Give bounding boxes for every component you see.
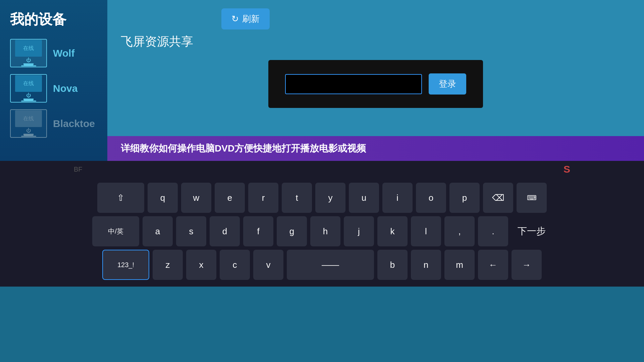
device-status-nova: 在线: [23, 80, 34, 87]
power-icon-nova: ⏻: [26, 93, 31, 98]
key-y[interactable]: y: [315, 183, 345, 213]
key-v[interactable]: v: [253, 250, 283, 280]
device-item-wolf[interactable]: 在线 ⏻ Wolf: [10, 39, 101, 67]
power-icon-wolf: ⏻: [26, 57, 31, 63]
next-step-button[interactable]: 下一步: [512, 216, 552, 246]
middle-bar-text: BF: [74, 166, 83, 173]
sidebar: 我的设备 在线 ⏻ Wolf 在线 ⏻ Nova: [0, 0, 107, 161]
device-name-wolf: Wolf: [53, 48, 74, 59]
key-n[interactable]: n: [411, 250, 441, 280]
key-backspace[interactable]: ⌫: [483, 183, 513, 213]
key-lang-switch[interactable]: 中/英: [92, 216, 139, 246]
key-numbers[interactable]: 123_!: [102, 250, 149, 280]
news-text: 详细教你如何操作电脑DVD方便快捷地打开播放电影或视频: [121, 142, 366, 155]
device-icon-wolf: 在线 ⏻: [10, 39, 47, 67]
key-o[interactable]: o: [416, 183, 446, 213]
device-item-nova[interactable]: 在线 ⏻ Nova: [10, 74, 101, 103]
key-h[interactable]: h: [310, 216, 340, 246]
main-title: 飞屏资源共享: [121, 34, 631, 50]
login-button[interactable]: 登录: [429, 73, 466, 95]
key-u[interactable]: u: [349, 183, 379, 213]
key-shift[interactable]: ⇧: [97, 183, 144, 213]
key-a[interactable]: a: [143, 216, 173, 246]
key-k[interactable]: k: [377, 216, 408, 246]
key-d[interactable]: d: [210, 216, 240, 246]
device-icon-nova: 在线 ⏻: [10, 74, 47, 103]
key-p[interactable]: p: [449, 183, 480, 213]
device-status-blacktoe: 在线: [23, 115, 34, 122]
device-name-blacktoe: Blacktoe: [53, 118, 95, 129]
refresh-label: 刷新: [242, 13, 260, 25]
key-z[interactable]: z: [153, 250, 183, 280]
key-e[interactable]: e: [215, 183, 245, 213]
keyboard-row-1: ⇧ q w e r t y u i o p ⌫ ⌨: [67, 183, 577, 213]
key-comma[interactable]: ,: [444, 216, 475, 246]
middle-bar-right: S: [564, 164, 570, 175]
key-r[interactable]: r: [248, 183, 278, 213]
keyboard-row-3: 123_! z x c v —— b n m ← →: [67, 250, 577, 280]
keyboard-row-2: 中/英 a s d f g h j k l , . 下一步: [67, 216, 577, 246]
top-section: 我的设备 在线 ⏻ Wolf 在线 ⏻ Nova: [0, 0, 644, 161]
device-status-wolf: 在线: [23, 45, 34, 52]
middle-bar: BF S: [0, 161, 644, 178]
key-j[interactable]: j: [344, 216, 374, 246]
device-icon-blacktoe: 在线 ⏻: [10, 109, 47, 138]
key-right-arrow[interactable]: →: [512, 250, 542, 280]
key-w[interactable]: w: [181, 183, 211, 213]
key-m[interactable]: m: [444, 250, 475, 280]
key-i[interactable]: i: [382, 183, 413, 213]
key-period[interactable]: .: [478, 216, 508, 246]
sidebar-title: 我的设备: [10, 10, 101, 29]
login-dialog: 登录: [268, 60, 483, 108]
power-icon-blacktoe: ⏻: [26, 128, 31, 133]
device-item-blacktoe[interactable]: 在线 ⏻ Blacktoe: [10, 109, 101, 138]
key-l[interactable]: l: [411, 216, 441, 246]
main-content: ↻ 刷新 飞屏资源共享 登录 详细教你如何操作电脑DVD方便快捷地打开播放电影或…: [107, 0, 644, 161]
refresh-icon: ↻: [231, 14, 239, 24]
key-keyboard-hide[interactable]: ⌨: [517, 183, 547, 213]
news-banner: 详细教你如何操作电脑DVD方便快捷地打开播放电影或视频: [107, 136, 644, 161]
login-input[interactable]: [285, 74, 422, 94]
key-x[interactable]: x: [186, 250, 216, 280]
key-f[interactable]: f: [243, 216, 273, 246]
key-q[interactable]: q: [148, 183, 178, 213]
refresh-button[interactable]: ↻ 刷新: [221, 8, 270, 29]
key-c[interactable]: c: [220, 250, 250, 280]
key-t[interactable]: t: [282, 183, 312, 213]
key-s[interactable]: s: [176, 216, 206, 246]
device-name-nova: Nova: [53, 83, 77, 94]
keyboard-section: ⇧ q w e r t y u i o p ⌫ ⌨ 中/英 a s d f g …: [0, 178, 644, 287]
key-space[interactable]: ——: [287, 250, 374, 280]
key-g[interactable]: g: [277, 216, 307, 246]
key-left-arrow[interactable]: ←: [478, 250, 508, 280]
key-b[interactable]: b: [377, 250, 408, 280]
